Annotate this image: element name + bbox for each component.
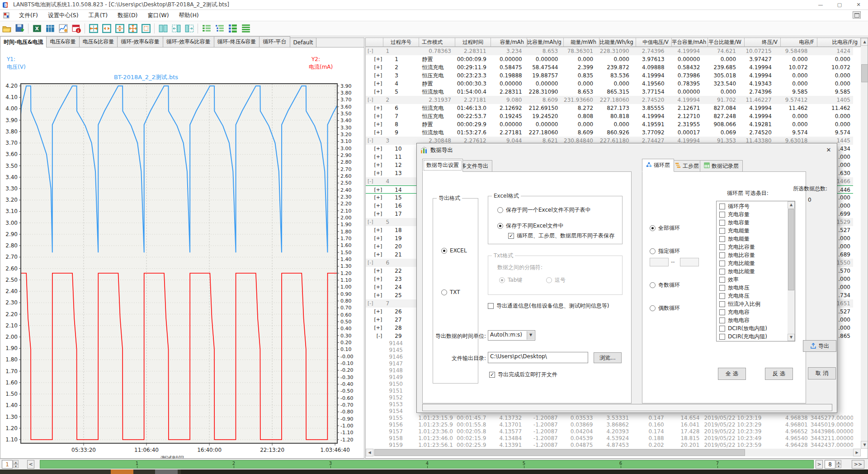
pan-horizontal-icon[interactable] (100, 23, 113, 35)
excel-export-icon[interactable]: X (31, 23, 43, 35)
table-row[interactable]: [+]3恒压充电00:23:23.30.1988819.887570.83583… (366, 71, 853, 80)
browse-button[interactable]: 浏览... (594, 352, 622, 363)
column-header-4[interactable]: 容量/mAh (491, 38, 527, 47)
table-row[interactable]: 91591.01:23:56.100:02:25.94.13391-1.2008… (366, 442, 853, 449)
cancel-button[interactable]: 取 消 (808, 367, 836, 379)
cycle-item-3[interactable]: 充电能量 (717, 227, 788, 235)
chart-tab-4[interactable]: 循环-效率&比容量 (163, 36, 214, 47)
taskbar-app[interactable] (155, 469, 178, 474)
fit-vertical-icon[interactable] (113, 23, 126, 35)
combo-dropdown-icon[interactable]: ▼ (527, 331, 534, 340)
tile-panes-icon[interactable] (157, 23, 169, 35)
table-row[interactable]: [+]4静置00:00:30.30.000000.000000.0000.000… (366, 80, 853, 88)
dialog-tab-0[interactable]: 数据导出设置 (422, 159, 463, 172)
export-button[interactable]: 导出 (803, 340, 836, 352)
table-row[interactable]: [+]8静置00:00:29.90.000000.000000.0000.000… (366, 120, 853, 128)
prev-page-button[interactable]: < (27, 460, 34, 469)
column-header-9[interactable]: 平台容量/mAh (672, 38, 708, 47)
scope-radio-2[interactable]: 奇数循环 (650, 281, 680, 289)
dock-left-icon[interactable] (170, 23, 182, 35)
format-excel-radio[interactable]: EXCEL (441, 247, 467, 254)
table-row[interactable]: 91571.01:23:36.000:02:05.84.13577-1.2008… (366, 428, 853, 435)
page-progress-bar[interactable]: 1234567 (40, 460, 814, 469)
table-row[interactable]: [+]1静置00:00:09.90.000000.000000.0000.000… (366, 55, 853, 63)
open-after-checkbox[interactable]: ✓导出完成后立即打开文件 (489, 371, 557, 379)
open-file-icon[interactable] (0, 23, 13, 35)
cycle-item-5[interactable]: 充电比容量 (717, 243, 788, 251)
column-header-10[interactable]: 平台比能量/W (708, 38, 745, 47)
zoom-box-icon[interactable] (140, 23, 152, 35)
chart-tab-2[interactable]: 电压&比容量 (79, 36, 118, 47)
table-row[interactable]: [+]5恒流放电01:54:00.42.28311228.310908.6538… (366, 88, 853, 96)
table-row[interactable]: [-]10.783632.283113.2348.65378.36301228.… (366, 47, 853, 55)
page-count-spinner[interactable]: ▲▼ (836, 460, 841, 469)
dock-right-icon[interactable] (183, 23, 195, 35)
cycle-item-7[interactable]: 充电比能量 (717, 259, 788, 267)
cycle-item-4[interactable]: 放电能量 (717, 235, 788, 243)
output-dir-input[interactable]: C:\Users\pc\Desktop\ (488, 352, 588, 363)
mdi-restore-icon[interactable] (853, 11, 861, 19)
page-count-input[interactable]: 8 (825, 460, 835, 469)
chart-tab-0[interactable]: 时间-电压&电流 (0, 36, 47, 47)
list-tree-icon[interactable] (213, 23, 226, 35)
cycle-item-12[interactable]: 恒流冲入比例 (717, 300, 788, 308)
column-header-5[interactable]: 比容量/mAh/g (527, 38, 564, 47)
table-row[interactable]: [-]22.319372.271819.0808.609231.93660227… (366, 96, 853, 104)
column-header-8[interactable]: 中值电压/V (636, 38, 672, 47)
table-row[interactable]: [+]7恒压充电00:22:53.70.1924519.245200.80880… (366, 112, 853, 120)
layer-tab-1[interactable]: 工步层 (671, 160, 703, 172)
cycle-item-16[interactable]: DCIR(充电内阻) (717, 332, 788, 341)
table-row[interactable]: 91561.01:23:25.900:01:55.84.13701-1.2008… (366, 422, 853, 428)
save-file-icon[interactable] (14, 23, 26, 35)
cycle-item-8[interactable]: 放电比能量 (717, 267, 788, 275)
menu-4[interactable]: 窗口(W) (142, 10, 174, 20)
menu-0[interactable]: 文件(F) (14, 10, 43, 20)
table-row[interactable]: [+]6恒流充电01:46:13.02.12692212.691508.2728… (366, 104, 853, 112)
format-txt-radio[interactable]: TXT (441, 289, 460, 295)
scope-radio-0[interactable]: 全部循环 (650, 224, 680, 232)
cycle-item-0[interactable]: 循环序号 (717, 202, 788, 210)
dialog-title-bar[interactable]: 数据导出 ✕ (417, 143, 837, 157)
column-header-11[interactable]: 终压/V (745, 38, 781, 47)
invert-select-button[interactable]: 反 选 (765, 368, 793, 380)
cycle-from-input[interactable] (650, 258, 669, 266)
layer-tab-2[interactable]: 数据记录层 (700, 160, 743, 172)
column-header-12[interactable]: 电容/F (781, 38, 817, 47)
chart-tab-5[interactable]: 循环-终压&容量 (214, 36, 260, 47)
listbox-scrollbar[interactable]: ▲ ▼ (788, 201, 795, 341)
next-page-button[interactable]: > (816, 460, 823, 469)
table-horizontal-scrollbar[interactable]: ◀ ▶ (366, 449, 861, 456)
cycle-item-1[interactable]: 充电容量 (717, 210, 788, 218)
fit-horizontal-icon[interactable] (87, 23, 99, 35)
list-detail-icon[interactable] (226, 23, 239, 35)
txt-sep-radio-1[interactable]: 逗号 (546, 276, 566, 284)
cycle-item-10[interactable]: 放电终压 (717, 284, 788, 292)
column-header-6[interactable]: 能量/mWh (564, 38, 599, 47)
cycle-item-14[interactable]: 放电电容 (717, 316, 788, 324)
cycle-item-2[interactable]: 放电容量 (717, 218, 788, 227)
chart-tab-6[interactable]: 循环-平台 (259, 36, 290, 47)
cycle-item-15[interactable]: DCIR(放电内阻) (717, 324, 788, 332)
column-header-2[interactable]: 工作模式 (419, 38, 455, 47)
menu-5[interactable]: 帮助(H) (174, 10, 204, 20)
dialog-close-icon[interactable]: ✕ (823, 145, 834, 155)
channel-info-checkbox[interactable]: 导出通道信息(包括设备信息、测试时间信息等) (488, 302, 609, 310)
excel-sheet-split-checkbox[interactable]: ✓循环层、工步层、数据层用不同子表保存 (508, 232, 614, 240)
table-vertical-scrollbar[interactable]: ▲ ▼ (861, 38, 868, 449)
minimize-button[interactable]: — (811, 0, 830, 10)
list-rows-icon[interactable] (240, 23, 252, 35)
chart-tab-7[interactable]: Default (290, 38, 317, 47)
excel-diff-file-radio[interactable]: 保存于不同Excel文件中 (497, 222, 564, 230)
table-row[interactable]: 91551.01:23:15.900:01:45.74.13732-1.2008… (366, 415, 853, 422)
close-button[interactable]: ✕ (849, 0, 868, 10)
txt-sep-radio-0[interactable]: Tab键 (499, 276, 522, 284)
scope-radio-3[interactable]: 偶数循环 (650, 304, 680, 312)
time-unit-select[interactable]: Auto(h:m:s) ▼ (488, 330, 535, 341)
menu-2[interactable]: 工具(T) (84, 10, 113, 20)
cycle-item-11[interactable]: 充电终压 (717, 292, 788, 300)
zoom-expand-icon[interactable] (127, 23, 139, 35)
maximize-button[interactable]: ▢ (830, 0, 849, 10)
chart-tab-1[interactable]: 电压&容量 (46, 36, 79, 47)
column-header-3[interactable]: 过程时间 (455, 38, 491, 47)
cycle-item-6[interactable]: 放电比容量 (717, 251, 788, 259)
